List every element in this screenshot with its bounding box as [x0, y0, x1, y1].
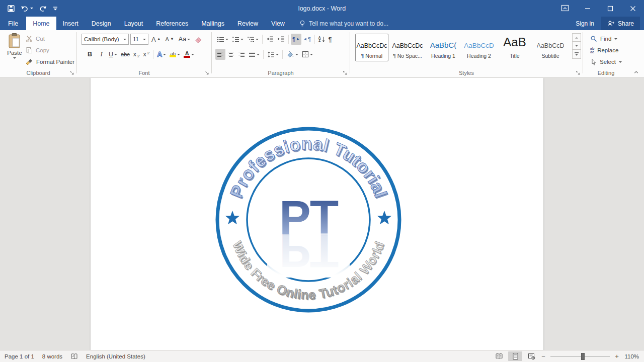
undo-button[interactable]: [21, 5, 33, 13]
show-paragraph-marks-button[interactable]: ¶: [327, 34, 334, 45]
superscript-button[interactable]: x2: [141, 49, 151, 60]
maximize-icon: [607, 6, 613, 12]
ltr-text-direction-button[interactable]: ¶: [291, 34, 301, 45]
underline-button[interactable]: U: [107, 49, 119, 60]
tab-mailings[interactable]: Mailings: [195, 17, 231, 30]
style-sample: AaBbCcD: [537, 42, 565, 49]
font-dialog-launcher[interactable]: [204, 70, 209, 75]
paste-dropdown-arrow[interactable]: [13, 57, 16, 59]
sort-button[interactable]: A Z: [317, 34, 327, 45]
clipboard-paste-icon: [7, 33, 22, 49]
undo-icon: [21, 5, 29, 13]
tab-home[interactable]: Home: [26, 17, 56, 30]
tell-me-box[interactable]: Tell me what you want to do...: [299, 17, 388, 30]
justify-button[interactable]: [247, 49, 261, 60]
style-no-spacing[interactable]: AaBbCcDc ¶ No Spac...: [391, 34, 424, 61]
save-button[interactable]: [7, 5, 15, 13]
grow-font-button[interactable]: A▲: [150, 34, 163, 45]
page-indicator[interactable]: Page 1 of 1: [5, 353, 34, 359]
style-heading-2[interactable]: AaBbCcD Heading 2: [462, 34, 496, 61]
numbering-button[interactable]: [230, 34, 245, 45]
collapse-ribbon-button[interactable]: [634, 70, 638, 74]
proofing-book-icon[interactable]: [70, 353, 78, 360]
font-name-dropdown-arrow: [123, 39, 126, 40]
ribbon-display-options-button[interactable]: [553, 0, 576, 17]
style-sample: AaBbCcDc: [392, 42, 423, 49]
word-count[interactable]: 8 words: [42, 353, 62, 359]
undo-dropdown-arrow[interactable]: [30, 8, 33, 9]
font-size-combo[interactable]: 11: [130, 34, 148, 45]
increase-indent-button[interactable]: [276, 34, 286, 45]
line-spacing-button[interactable]: [266, 49, 280, 60]
decrease-indent-button[interactable]: [265, 34, 275, 45]
style-title[interactable]: AaB Title: [498, 34, 531, 61]
copy-button[interactable]: Copy: [26, 47, 49, 54]
clipboard-dialog-launcher[interactable]: [69, 70, 74, 75]
bullets-button[interactable]: [215, 34, 230, 45]
cut-button[interactable]: Cut: [26, 35, 45, 42]
subscript-button[interactable]: x2: [132, 49, 141, 60]
tab-design[interactable]: Design: [85, 17, 118, 30]
rtl-text-direction-button[interactable]: ¶: [302, 34, 312, 45]
zoom-slider-thumb[interactable]: [581, 353, 585, 360]
paste-button[interactable]: Paste: [5, 33, 25, 59]
highlight-color-button[interactable]: ab: [168, 49, 182, 60]
style-subtitle[interactable]: AaBbCcD Subtitle: [534, 34, 567, 61]
customize-qat-button[interactable]: [52, 5, 58, 12]
language-indicator[interactable]: English (United States): [86, 353, 145, 359]
window-title: logo.docx - Word: [0, 5, 644, 12]
logo-graphic[interactable]: Professional Tutorial Professional Tutor…: [213, 124, 404, 315]
close-button[interactable]: [621, 0, 644, 17]
tab-references[interactable]: References: [149, 17, 195, 30]
tab-file[interactable]: File: [0, 17, 26, 30]
web-layout-button[interactable]: [524, 351, 538, 361]
tab-review[interactable]: Review: [231, 17, 265, 30]
zoom-slider[interactable]: [550, 353, 610, 360]
clear-formatting-button[interactable]: [193, 34, 204, 45]
styles-more-button[interactable]: [572, 49, 581, 59]
multilevel-list-button[interactable]: [246, 34, 260, 45]
styles-scroll-up-button[interactable]: [572, 33, 581, 42]
find-button[interactable]: Find: [590, 35, 617, 42]
tab-view[interactable]: View: [265, 17, 291, 30]
tab-insert[interactable]: Insert: [56, 17, 85, 30]
zoom-level[interactable]: 110%: [622, 353, 639, 359]
style-normal[interactable]: AaBbCcDc ¶ Normal: [355, 34, 388, 61]
paragraph-dialog-launcher[interactable]: [343, 70, 348, 75]
logo-top-text: Professional Tutorial: [226, 133, 391, 201]
strikethrough-button[interactable]: abc: [119, 49, 131, 60]
style-heading-1[interactable]: AaBbC( Heading 1: [427, 34, 460, 61]
print-layout-button[interactable]: [508, 351, 522, 361]
styles-scroll-down-button[interactable]: [572, 41, 581, 50]
align-center-button[interactable]: [226, 49, 236, 60]
document-page[interactable]: Professional Tutorial Professional Tutor…: [91, 78, 543, 350]
borders-button[interactable]: [300, 49, 314, 60]
font-size-value: 11: [133, 36, 141, 42]
minimize-button[interactable]: [576, 0, 599, 17]
tab-layout[interactable]: Layout: [118, 17, 150, 30]
read-mode-button[interactable]: [492, 351, 506, 361]
align-right-button[interactable]: [236, 49, 247, 60]
select-button[interactable]: Select: [590, 58, 622, 65]
redo-button[interactable]: [39, 5, 47, 13]
sign-in-button[interactable]: Sign in: [569, 17, 601, 30]
zoom-out-button[interactable]: −: [540, 352, 546, 360]
share-person-icon: [607, 20, 615, 27]
text-effects-button[interactable]: A: [155, 49, 168, 60]
zoom-in-button[interactable]: +: [614, 352, 620, 360]
align-left-button[interactable]: [215, 49, 225, 60]
font-name-combo[interactable]: Calibri (Body): [82, 34, 129, 45]
change-case-glyph: Aa: [179, 36, 186, 43]
shrink-font-button[interactable]: A▼: [164, 34, 176, 45]
styles-dialog-launcher[interactable]: [576, 70, 581, 75]
maximize-button[interactable]: [599, 0, 621, 17]
format-painter-button[interactable]: Format Painter: [26, 58, 74, 65]
redo-icon: [39, 5, 47, 13]
italic-button[interactable]: I: [96, 49, 107, 60]
bold-button[interactable]: B: [84, 49, 96, 60]
share-button[interactable]: Share: [601, 17, 640, 30]
shading-button[interactable]: [285, 49, 300, 60]
font-color-button[interactable]: A: [182, 49, 196, 60]
replace-button[interactable]: ab ac Replace: [590, 47, 618, 54]
change-case-button[interactable]: Aa: [177, 34, 192, 45]
